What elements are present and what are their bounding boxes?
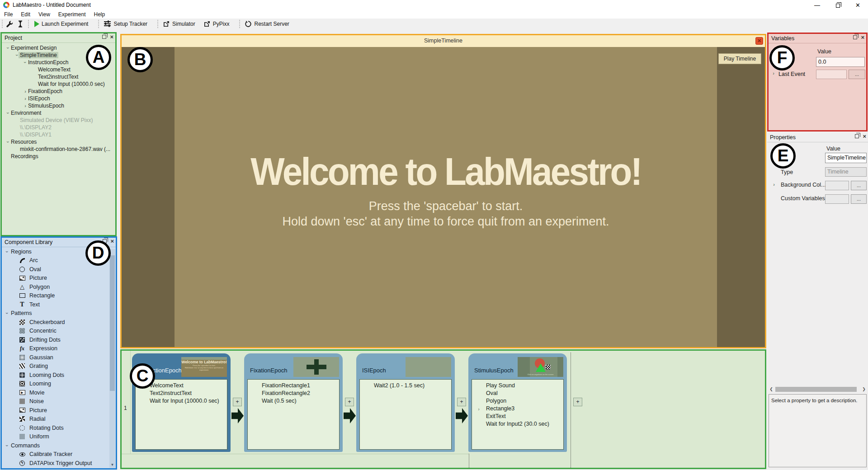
chevron-right-icon[interactable]: ›: [23, 89, 28, 94]
wrench-icon[interactable]: [5, 20, 14, 28]
float-panel-icon[interactable]: [855, 134, 859, 138]
epoch-item-text2instructtext[interactable]: Text2instructText: [136, 390, 227, 397]
menu-help[interactable]: Help: [90, 11, 109, 18]
chevron-right-icon[interactable]: ›: [476, 405, 481, 413]
library-item-calibrate-tracker[interactable]: Calibrate Tracker: [2, 450, 109, 459]
add-epoch-button[interactable]: +: [233, 398, 242, 406]
chevron-down-icon[interactable]: ›: [5, 249, 10, 254]
float-panel-icon[interactable]: [102, 35, 106, 39]
chevron-right-icon[interactable]: ›: [771, 70, 776, 76]
library-item-patterns[interactable]: ›Patterns: [2, 309, 109, 318]
add-epoch-button[interactable]: +: [345, 398, 354, 406]
chevron-down-icon[interactable]: ›: [14, 52, 20, 58]
epoch-item-exittext[interactable]: ExitText: [472, 413, 563, 420]
close-panel-icon[interactable]: ×: [863, 134, 866, 138]
tree-item-environment[interactable]: ›Environment: [2, 109, 115, 117]
chevron-down-icon[interactable]: ›: [5, 45, 11, 51]
chevron-down-icon[interactable]: ›: [5, 139, 11, 145]
library-item-picture[interactable]: Picture: [2, 406, 109, 415]
restore-button[interactable]: [827, 0, 848, 10]
library-item-gaussian[interactable]: Gaussian: [2, 353, 109, 362]
last-event-ellipsis-button[interactable]: ...: [849, 70, 865, 79]
scroll-right-icon[interactable]: ❯: [861, 386, 867, 393]
chevron-down-icon[interactable]: ›: [5, 110, 11, 116]
custom-variables-field[interactable]: [825, 194, 849, 204]
library-item-oval[interactable]: Oval: [2, 265, 109, 274]
chevron-down-icon[interactable]: ›: [5, 310, 10, 316]
close-panel-icon[interactable]: ×: [110, 35, 113, 39]
epoch-card-fixationepoch[interactable]: FixationEpochFixationRectangle1FixationR…: [244, 353, 343, 452]
launch-experiment-button[interactable]: Launch Experiment: [32, 19, 92, 29]
library-item-rotating-dots[interactable]: Rotating Dots: [2, 423, 109, 432]
epoch-item-polygon[interactable]: Polygon: [472, 397, 563, 405]
library-item-datapixx-trigger-output[interactable]: ϟDATAPixx Trigger Output: [2, 459, 109, 468]
tree-item-recordings[interactable]: Recordings: [2, 153, 115, 160]
library-item-concentric[interactable]: Concentric: [2, 327, 109, 336]
tree-item-resources[interactable]: ›Resources: [2, 138, 115, 146]
tree-item-display1[interactable]: \\.\DISPLAY1: [2, 131, 115, 138]
chevron-right-icon[interactable]: ›: [771, 182, 777, 187]
chevron-down-icon[interactable]: ›: [23, 60, 28, 65]
simulator-button[interactable]: Simulator: [161, 19, 199, 29]
variable-value-field[interactable]: 0.0: [816, 57, 865, 67]
add-epoch-button[interactable]: +: [573, 398, 582, 406]
library-item-text[interactable]: TText: [2, 300, 109, 309]
last-event-value-field[interactable]: [816, 70, 847, 79]
custom-variables-ellipsis-button[interactable]: ...: [851, 194, 867, 204]
menu-view[interactable]: View: [34, 11, 54, 18]
scrollbar-thumb[interactable]: [775, 387, 857, 392]
tree-item-fixationepoch[interactable]: ›FixationEpoch: [2, 88, 115, 95]
play-timeline-button[interactable]: Play Timeline: [718, 53, 761, 64]
library-item-picture[interactable]: Picture: [2, 274, 109, 283]
library-item-looming-dots[interactable]: Looming Dots: [2, 371, 109, 380]
epoch-item-play-sound[interactable]: Play Sound: [472, 382, 563, 390]
menu-file[interactable]: File: [0, 11, 17, 18]
close-button[interactable]: ✕: [848, 0, 868, 10]
library-item-radial[interactable]: Radial: [2, 415, 109, 424]
epoch-card-stimulusepoch[interactable]: StimulusEpochClick on anywhere on the sc…: [468, 353, 567, 452]
pypixx-button[interactable]: PyPixx: [203, 19, 233, 29]
library-item-grating[interactable]: Grating: [2, 362, 109, 371]
scroll-left-icon[interactable]: ❮: [768, 386, 774, 393]
close-panel-icon[interactable]: ×: [110, 239, 114, 243]
tree-item-stimulusepoch[interactable]: ›StimulusEpoch: [2, 102, 115, 109]
menu-experiment[interactable]: Experiment: [54, 11, 90, 18]
epoch-card-isiepoch[interactable]: ISIEpochWait2 (1.0 - 1.5 sec): [356, 353, 455, 452]
add-epoch-button[interactable]: +: [457, 398, 466, 406]
name-value-field[interactable]: SimpleTimeline: [825, 153, 867, 163]
epoch-item-wait-for-input-10000-0-sec[interactable]: Wait for Input (10000.0 sec): [136, 397, 227, 405]
library-item-rectangle[interactable]: Rectangle: [2, 291, 109, 301]
horizontal-scrollbar[interactable]: ❮ ❯: [768, 386, 867, 393]
library-item-commands[interactable]: ›Commands: [2, 441, 109, 450]
epoch-item-wait-for-input2-30-0-sec[interactable]: Wait for Input2 (30.0 sec): [472, 420, 563, 428]
chevron-down-icon[interactable]: ›: [5, 443, 10, 448]
timeline-view-close-icon[interactable]: ✕: [755, 37, 763, 45]
library-item-expression[interactable]: fxExpression: [2, 344, 109, 353]
background-color-field[interactable]: [825, 181, 849, 190]
restart-server-button[interactable]: Restart Server: [243, 19, 292, 29]
epoch-item-fixationrectangle1[interactable]: FixationRectangle1: [248, 382, 339, 390]
background-color-ellipsis-button[interactable]: ...: [851, 181, 867, 190]
library-item-noise[interactable]: Noise: [2, 397, 109, 406]
library-item-looming[interactable]: Looming: [2, 380, 109, 389]
library-item-polygon[interactable]: △Polygon: [2, 282, 109, 291]
tree-item-text2instructtext[interactable]: Text2instructText: [2, 73, 115, 80]
epoch-item-wait-0-5-sec[interactable]: Wait (0.5 sec): [248, 397, 339, 405]
epoch-item-fixationrectangle2[interactable]: FixationRectangle2: [248, 390, 339, 397]
menu-edit[interactable]: Edit: [17, 11, 34, 18]
tree-item-wait-for-input-10000-0-sec[interactable]: Wait for Input (10000.0 sec): [2, 80, 115, 88]
calibration-pin-icon[interactable]: [17, 20, 24, 28]
setup-tracker-button[interactable]: Setup Tracker: [102, 19, 151, 29]
library-scrollbar[interactable]: ▼: [109, 249, 115, 468]
library-item-checkerboard[interactable]: Checkerboard: [2, 318, 109, 327]
tree-item-isiepoch[interactable]: ›ISIEpoch: [2, 95, 115, 102]
epoch-item-oval[interactable]: Oval: [472, 390, 563, 397]
close-panel-icon[interactable]: ×: [861, 35, 864, 39]
tree-item-mixkit-confirmation-tone-2867-wav[interactable]: mixkit-confirmation-tone-2867.wav (...: [2, 146, 115, 153]
scroll-down-icon[interactable]: ▼: [109, 462, 115, 468]
tree-item-simulated-device-view-pixx[interactable]: Simulated Device (VIEW Pixx): [2, 117, 115, 124]
library-item-uniform[interactable]: Uniform: [2, 432, 109, 442]
library-item-movie[interactable]: ▶Movie: [2, 388, 109, 397]
minimize-button[interactable]: —: [807, 0, 827, 10]
tree-item-display2[interactable]: \\.\DISPLAY2: [2, 124, 115, 131]
